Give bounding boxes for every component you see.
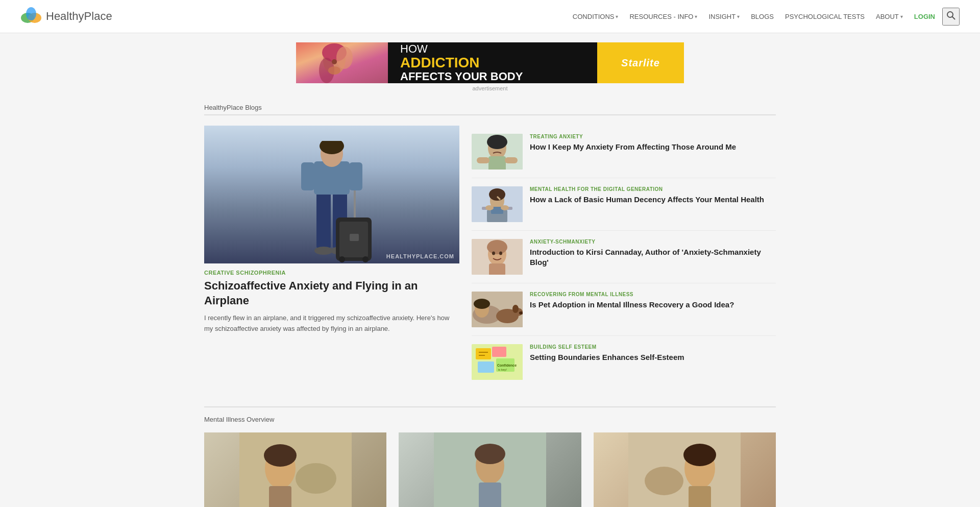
blogs-section-title: HealthyPlace Blogs (204, 104, 776, 115)
nav-blogs[interactable]: BLOGS (747, 11, 778, 22)
side-post-category-decency: MENTAL HEALTH FOR THE DIGITAL GENERATION (530, 186, 776, 192)
image-watermark: HEALTHYPLACE.COM (386, 253, 454, 259)
svg-point-71 (475, 444, 505, 464)
mental-card-image-2 (399, 432, 581, 507)
chevron-down-icon: ▾ (616, 14, 618, 19)
side-post-content-pet: RECOVERING FROM MENTAL ILLNESS Is Pet Ad… (530, 292, 776, 310)
side-posts-list: TREATING ANXIETY How I Keep My Anxiety F… (472, 126, 776, 388)
svg-point-77 (645, 467, 683, 495)
mental-card-1[interactable]: MENTAL ILLNESS OVERVIEW Mental Illness O… (204, 432, 386, 507)
mental-section-link[interactable]: Mental Illness Overview (204, 416, 274, 423)
side-post-title-pet: Is Pet Adoption in Mental Illness Recove… (530, 300, 776, 310)
svg-point-39 (501, 205, 509, 210)
svg-point-75 (683, 444, 716, 466)
search-icon[interactable] (942, 8, 960, 26)
nav-about[interactable]: ABOUT ▾ (872, 11, 907, 22)
blogs-grid: HEALTHYPLACE.COM CREATIVE SCHIZOPHRENIA … (204, 126, 776, 388)
featured-excerpt: I recently flew in an airplane, and it t… (204, 313, 459, 334)
ad-addiction-text: ADDICTION (400, 56, 480, 70)
nav-psych-tests[interactable]: PSYCHOLOGICAL TESTS (781, 11, 869, 22)
blogs-section-link[interactable]: HealthyPlace Blogs (204, 104, 262, 111)
side-post-decency[interactable]: MENTAL HEALTH FOR THE DIGITAL GENERATION… (472, 178, 776, 231)
side-post-title-esteem: Setting Boundaries Enhances Self-Esteem (530, 352, 776, 363)
svg-line-4 (952, 16, 955, 19)
logo-text: HealthyPlace (46, 10, 112, 23)
side-post-title-kirsi: Introduction to Kirsi Cannaday, Author o… (530, 247, 776, 267)
side-post-thumb-decency (472, 186, 523, 222)
ad-banner[interactable]: HOW ADDICTION AFFECTS YOUR BODY Starlite (296, 42, 684, 83)
svg-point-10 (328, 66, 340, 75)
side-post-category-kirsi: ANXIETY-SCHMANXIETY (530, 239, 776, 245)
mental-cards-grid: MENTAL ILLNESS OVERVIEW Mental Illness O… (204, 432, 776, 507)
chevron-down-icon: ▾ (900, 14, 903, 19)
mental-illness-section: Mental Illness Overview MENTAL ILLNESS O… (204, 406, 776, 507)
svg-rect-67 (269, 486, 291, 507)
ad-brand-logo: Starlite (597, 42, 684, 83)
featured-post-image: HEALTHYPLACE.COM (204, 126, 459, 263)
featured-title: Schizoaffective Anxiety and Flying in an… (204, 279, 459, 308)
mental-section-heading: Mental Illness Overview (204, 416, 776, 423)
side-post-title-anxiety: How I Keep My Anxiety From Affecting Tho… (530, 142, 776, 152)
side-post-content-esteem: BUILDING SELF ESTEEM Setting Boundaries … (530, 344, 776, 363)
site-header: HealthyPlace CONDITIONS ▾ RESOURCES - IN… (0, 0, 980, 33)
mental-card-image-3 (594, 432, 776, 507)
main-nav: CONDITIONS ▾ RESOURCES - INFO ▾ INSIGHT … (569, 8, 960, 26)
svg-rect-56 (476, 348, 491, 359)
svg-point-28 (487, 135, 507, 149)
svg-rect-76 (689, 486, 711, 507)
svg-rect-44 (489, 263, 505, 275)
svg-point-66 (264, 444, 297, 467)
side-post-thumb-esteem: Confidence is key! (472, 344, 523, 380)
svg-rect-17 (349, 162, 362, 190)
logo[interactable]: HealthyPlace (20, 7, 112, 26)
svg-rect-11 (316, 192, 331, 248)
svg-point-43 (487, 240, 507, 254)
side-post-pet[interactable]: RECOVERING FROM MENTAL ILLNESS Is Pet Ad… (472, 283, 776, 336)
side-post-content-kirsi: ANXIETY-SCHMANXIETY Introduction to Kirs… (530, 239, 776, 267)
ad-affects-text: AFFECTS YOUR BODY (400, 70, 523, 83)
ad-text: HOW ADDICTION AFFECTS YOUR BODY (388, 42, 597, 83)
svg-point-46 (499, 252, 502, 255)
side-post-thumb-pet (472, 292, 523, 327)
side-post-content-anxiety: TREATING ANXIETY How I Keep My Anxiety F… (530, 134, 776, 152)
mental-card-3[interactable]: MENTAL ILLNESS OVERVIEW Mental Illness O… (594, 432, 776, 507)
svg-point-23 (339, 256, 345, 262)
ad-how-text: HOW (400, 42, 428, 56)
svg-point-24 (362, 256, 369, 262)
side-post-category-pet: RECOVERING FROM MENTAL ILLNESS (530, 292, 776, 297)
svg-point-13 (314, 247, 333, 255)
side-post-anxiety[interactable]: TREATING ANXIETY How I Keep My Anxiety F… (472, 126, 776, 178)
nav-insight[interactable]: INSIGHT ▾ (704, 11, 744, 22)
side-post-esteem[interactable]: Confidence is key! BUILDING SELF ESTEEM … (472, 336, 776, 388)
chevron-down-icon: ▾ (737, 14, 740, 19)
ad-banner-wrapper: HOW ADDICTION AFFECTS YOUR BODY Starlite… (0, 33, 980, 93)
mental-card-2[interactable]: MENTAL ILLNESS OVERVIEW Mental Illness O… (399, 432, 581, 507)
svg-point-9 (332, 59, 337, 64)
svg-rect-16 (301, 162, 314, 190)
ad-brand-name: Starlite (621, 57, 660, 69)
login-button[interactable]: LOGIN (910, 11, 939, 22)
nav-resources[interactable]: RESOURCES - INFO ▾ (625, 11, 701, 22)
side-post-kirsi[interactable]: ANXIETY-SCHMANXIETY Introduction to Kirs… (472, 231, 776, 283)
svg-rect-25 (350, 234, 359, 241)
svg-rect-29 (488, 156, 506, 170)
featured-category: CREATIVE SCHIZOPHRENIA (204, 270, 459, 276)
svg-point-38 (485, 205, 494, 210)
side-post-category-esteem: BUILDING SELF ESTEEM (530, 344, 776, 350)
svg-rect-73 (628, 432, 741, 507)
nav-conditions[interactable]: CONDITIONS ▾ (569, 11, 623, 22)
ad-label: advertisement (472, 85, 507, 91)
chevron-down-icon: ▾ (695, 14, 697, 19)
featured-post[interactable]: HEALTHYPLACE.COM CREATIVE SCHIZOPHRENIA … (204, 126, 459, 334)
svg-point-68 (296, 463, 336, 494)
mental-card-image-1 (204, 432, 386, 507)
main-content: HealthyPlace Blogs (184, 93, 796, 507)
ad-face-image (296, 42, 388, 83)
svg-text:is key!: is key! (498, 368, 507, 371)
svg-point-45 (492, 252, 495, 255)
side-post-title-decency: How a Lack of Basic Human Decency Affect… (530, 195, 776, 205)
side-post-content-decency: MENTAL HEALTH FOR THE DIGITAL GENERATION… (530, 186, 776, 205)
svg-rect-30 (477, 157, 489, 163)
ad-image (296, 42, 388, 83)
side-post-thumb-kirsi (472, 239, 523, 275)
